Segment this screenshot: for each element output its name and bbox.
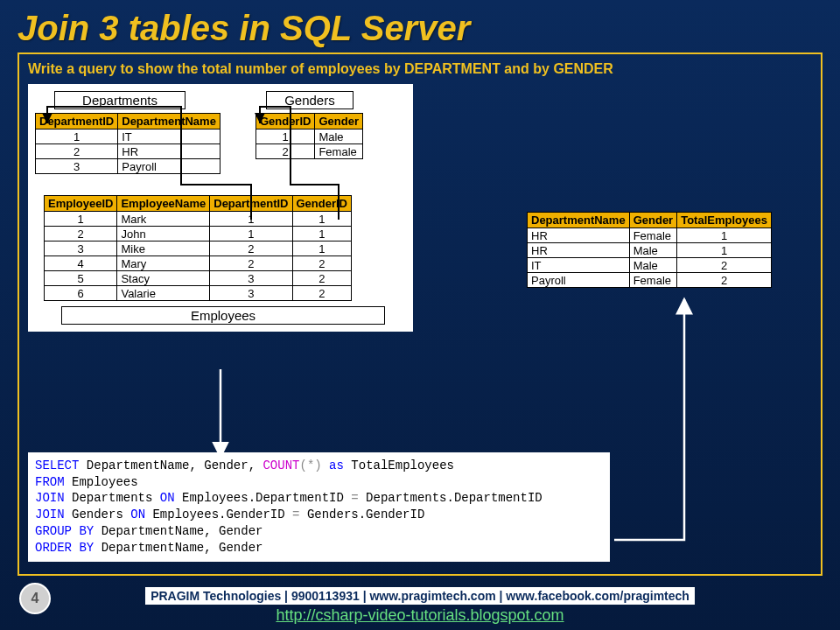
subtitle: Write a query to show the total number o… xyxy=(28,61,812,77)
col-header: EmployeeName xyxy=(117,196,210,212)
sql-query: SELECT DepartmentName, Gender, COUNT(*) … xyxy=(28,452,610,562)
departments-table: DepartmentID DepartmentName 1IT 2HR 3Pay… xyxy=(35,113,220,174)
table-row: ITMale2 xyxy=(528,258,772,273)
table-row: 1Male xyxy=(256,130,362,144)
col-header: GenderID xyxy=(256,114,315,130)
table-row: 2John11 xyxy=(45,227,352,242)
table-row: 1Mark11 xyxy=(45,212,352,227)
table-row: HRMale1 xyxy=(528,243,772,258)
result-table: DepartmentName Gender TotalEmployees HRF… xyxy=(527,212,772,288)
footer: PRAGIM Technologies | 9900113931 | www.p… xyxy=(0,587,840,625)
footer-bar: PRAGIM Technologies | 9900113931 | www.p… xyxy=(145,587,695,605)
page-title: Join 3 tables in SQL Server xyxy=(0,0,840,52)
table-row: 2HR xyxy=(36,144,220,159)
table-row: PayrollFemale2 xyxy=(528,273,772,288)
table-row: 3Mike21 xyxy=(45,242,352,256)
table-row: 3Payroll xyxy=(36,159,220,174)
content-frame: Write a query to show the total number o… xyxy=(18,52,822,576)
table-row: 5Stacy32 xyxy=(45,271,352,286)
col-header: DepartmentID xyxy=(36,114,118,130)
table-row: 1IT xyxy=(36,130,220,144)
genders-label: Genders xyxy=(266,91,354,109)
footer-link[interactable]: http://csharp-video-tutorials.blogspot.c… xyxy=(0,606,840,625)
table-row: 2Female xyxy=(256,144,362,159)
col-header: DepartmentName xyxy=(118,114,220,130)
col-header: Gender xyxy=(629,213,677,228)
table-row: HRFemale1 xyxy=(528,228,772,243)
col-header: TotalEmployees xyxy=(677,213,772,228)
table-row: 4Mary22 xyxy=(45,256,352,271)
departments-label: Departments xyxy=(54,91,186,109)
employees-table: EmployeeID EmployeeName DepartmentID Gen… xyxy=(44,195,352,301)
col-header: DepartmentName xyxy=(528,213,630,228)
employees-label: Employees xyxy=(61,306,385,325)
col-header: EmployeeID xyxy=(45,196,117,212)
table-row: 6Valarie32 xyxy=(45,286,352,301)
col-header: DepartmentID xyxy=(210,196,292,212)
schema-diagram: Departments DepartmentID DepartmentName … xyxy=(28,84,413,332)
col-header: Gender xyxy=(315,114,363,130)
genders-table: GenderID Gender 1Male 2Female xyxy=(256,113,363,159)
col-header: GenderID xyxy=(292,196,352,212)
